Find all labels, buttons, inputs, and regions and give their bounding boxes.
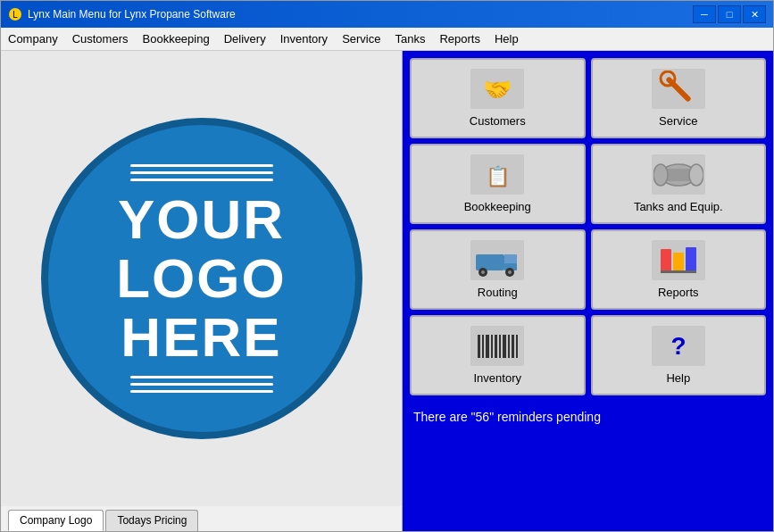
svg-rect-15 bbox=[476, 254, 504, 270]
routing-label: Routing bbox=[478, 286, 518, 299]
svg-rect-28 bbox=[478, 335, 480, 358]
tab-todays-pricing[interactable]: Todays Pricing bbox=[105, 510, 198, 531]
svg-rect-37 bbox=[516, 335, 518, 358]
svg-text:L: L bbox=[12, 10, 18, 20]
svg-text:🤝: 🤝 bbox=[483, 75, 512, 104]
reports-icon bbox=[652, 240, 705, 280]
svg-rect-35 bbox=[508, 335, 510, 358]
service-label: Service bbox=[659, 114, 697, 128]
window-controls: ─ □ ✕ bbox=[693, 5, 766, 23]
logo-line-2 bbox=[130, 171, 273, 174]
btn-help[interactable]: ? Help bbox=[591, 315, 767, 395]
logo-lines-top bbox=[130, 164, 273, 181]
logo-line-text-3: HERE bbox=[121, 310, 281, 365]
inventory-label: Inventory bbox=[474, 371, 521, 385]
svg-rect-25 bbox=[686, 247, 696, 272]
close-button[interactable]: ✕ bbox=[743, 5, 766, 23]
reports-label: Reports bbox=[658, 286, 699, 299]
menu-item-company[interactable]: Company bbox=[1, 28, 65, 50]
grid-buttons: 🤝 Customers bbox=[410, 58, 766, 395]
tab-bar: Company Logo Todays Pricing bbox=[1, 506, 402, 531]
customers-label: Customers bbox=[470, 114, 526, 128]
svg-text:?: ? bbox=[670, 332, 686, 360]
svg-rect-26 bbox=[661, 270, 696, 273]
svg-point-12 bbox=[689, 164, 703, 186]
logo-line-3 bbox=[130, 179, 273, 181]
svg-rect-30 bbox=[486, 335, 489, 358]
reminder-text: There are "56" reminders pending bbox=[410, 406, 766, 428]
bookkeeping-label: Bookkeeping bbox=[464, 200, 531, 213]
menu-item-customers[interactable]: Customers bbox=[65, 28, 136, 50]
title-bar-text: Lynx Main Menu for Lynx Propane Software bbox=[28, 8, 687, 21]
svg-rect-32 bbox=[495, 335, 497, 358]
svg-rect-29 bbox=[482, 335, 484, 358]
logo-line-1 bbox=[130, 164, 273, 167]
logo-line-text-1: YOUR bbox=[118, 192, 285, 247]
svg-rect-23 bbox=[661, 249, 671, 272]
menu-item-help[interactable]: Help bbox=[487, 28, 526, 50]
menu-item-inventory[interactable]: Inventory bbox=[273, 28, 335, 50]
logo-line-5 bbox=[130, 383, 273, 386]
logo-line-6 bbox=[130, 390, 273, 393]
btn-inventory[interactable]: Inventory bbox=[410, 315, 586, 395]
btn-service[interactable]: Service bbox=[591, 58, 767, 138]
logo-circle-inner: YOUR LOGO HERE bbox=[59, 136, 345, 421]
svg-rect-24 bbox=[673, 253, 684, 272]
main-content: YOUR LOGO HERE Company Logo bbox=[1, 51, 773, 531]
tanks-label: Tanks and Equip. bbox=[634, 200, 723, 213]
logo-line-text-2: LOGO bbox=[116, 251, 287, 306]
logo-line-4 bbox=[130, 376, 273, 378]
help-label: Help bbox=[666, 371, 690, 385]
svg-rect-33 bbox=[499, 335, 501, 358]
title-bar: L Lynx Main Menu for Lynx Propane Softwa… bbox=[1, 1, 773, 28]
svg-text:📋: 📋 bbox=[486, 164, 511, 188]
btn-tanks[interactable]: Tanks and Equip. bbox=[591, 144, 767, 224]
routing-icon bbox=[470, 240, 524, 280]
right-panel: 🤝 Customers bbox=[403, 51, 773, 531]
menu-item-delivery[interactable]: Delivery bbox=[217, 28, 273, 50]
svg-point-13 bbox=[653, 164, 668, 186]
minimize-button[interactable]: ─ bbox=[693, 5, 716, 23]
left-panel: YOUR LOGO HERE Company Logo bbox=[1, 51, 403, 531]
btn-bookkeeping[interactable]: 📋 Bookkeeping bbox=[410, 144, 586, 224]
btn-customers[interactable]: 🤝 Customers bbox=[410, 58, 586, 138]
svg-rect-36 bbox=[512, 335, 514, 358]
svg-marker-16 bbox=[504, 254, 517, 263]
service-icon bbox=[652, 69, 705, 109]
maximize-button[interactable]: □ bbox=[718, 5, 741, 23]
logo-circle-outer: YOUR LOGO HERE bbox=[41, 118, 362, 439]
svg-rect-31 bbox=[491, 335, 493, 358]
btn-reports[interactable]: Reports bbox=[591, 229, 767, 310]
bookkeeping-icon: 📋 bbox=[470, 154, 524, 195]
app-icon: L bbox=[8, 7, 22, 21]
tab-company-logo[interactable]: Company Logo bbox=[8, 510, 104, 531]
logo-lines-bottom bbox=[130, 376, 273, 393]
btn-routing[interactable]: Routing bbox=[410, 229, 586, 310]
menu-bar: CompanyCustomersBookkeepingDeliveryInven… bbox=[1, 28, 773, 51]
svg-rect-34 bbox=[503, 335, 506, 358]
menu-item-service[interactable]: Service bbox=[335, 28, 387, 50]
menu-item-bookkeeping[interactable]: Bookkeeping bbox=[136, 28, 217, 50]
menu-item-reports[interactable]: Reports bbox=[432, 28, 487, 50]
inventory-icon bbox=[470, 326, 524, 366]
svg-point-21 bbox=[508, 270, 512, 274]
help-icon: ? bbox=[652, 326, 705, 366]
menu-item-tanks[interactable]: Tanks bbox=[387, 28, 432, 50]
tanks-icon bbox=[652, 154, 705, 195]
logo-area: YOUR LOGO HERE bbox=[1, 51, 402, 506]
svg-point-19 bbox=[481, 270, 485, 274]
main-window: L Lynx Main Menu for Lynx Propane Softwa… bbox=[0, 0, 774, 532]
customers-icon: 🤝 bbox=[470, 69, 524, 109]
